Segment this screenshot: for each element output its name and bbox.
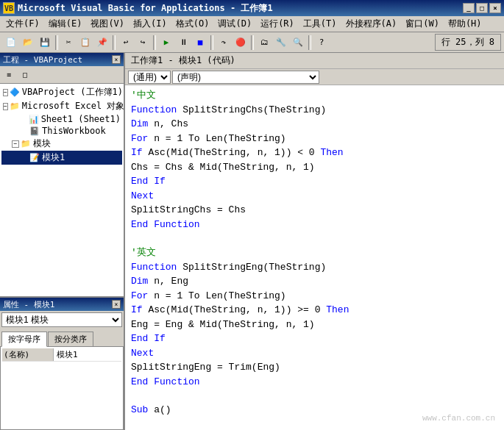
step-button[interactable]: ↷ <box>216 35 232 51</box>
run-button[interactable]: ▶ <box>158 35 174 51</box>
redo-button[interactable]: ↪ <box>135 35 151 51</box>
proc-select[interactable]: (声明) <box>172 71 319 84</box>
separator-1 <box>55 35 58 50</box>
code-line-16: Eng = Eng & Mid(TheString, n, 1) <box>131 318 498 332</box>
prop-content: (名称) 模块1 <box>0 346 124 430</box>
code-window-title: 工作簿1 - 模块1 (代码) <box>131 54 235 67</box>
close-button[interactable]: × <box>489 3 501 13</box>
properties-panel: 属性 - 模块1 × 模块1 模块 按字母序 按分类序 (名称) 模块1 <box>0 298 124 430</box>
code-line-13: Dim n, Eng <box>131 274 498 289</box>
expand-btn-1[interactable]: − <box>3 103 8 110</box>
tab-categorical[interactable]: 按分类序 <box>48 332 93 346</box>
tree-item-2[interactable]: 📊Sheet1 (Sheet1) <box>1 113 122 125</box>
tree-view: −🔷VBAProject (工作簿1)−📁Microsoft Excel 对象📊… <box>0 84 124 296</box>
title-text: Microsoft Visual Basic for Applications … <box>18 2 463 15</box>
tree-item-5[interactable]: 📝模块1 <box>1 151 122 165</box>
code-line-3: For n = 1 To Len(TheString) <box>131 132 498 146</box>
save-button[interactable]: 💾 <box>37 35 53 51</box>
properties-header: 属性 - 模块1 × <box>0 298 124 311</box>
tree-icon-workbook: 📓 <box>29 126 40 136</box>
code-editor[interactable]: '中文Function SplitStringChs(TheString)Dim… <box>125 85 504 430</box>
tree-icon-sheet: 📊 <box>29 115 39 124</box>
view-object-button[interactable]: □ <box>18 68 32 82</box>
code-line-11: '英文 <box>131 246 498 260</box>
code-line-4: If Asc(Mid(TheString, n, 1)) < 0 Then <box>131 146 498 160</box>
prop-name-value: 模块1 <box>54 349 81 360</box>
menu-item-r[interactable]: 运行(R) <box>256 16 299 32</box>
tree-item-4[interactable]: −📁模块 <box>1 137 122 151</box>
properties-title: 属性 - 模块1 <box>3 299 55 310</box>
copy-button[interactable]: 📋 <box>77 35 93 51</box>
menu-item-f[interactable]: 文件(F) <box>1 16 44 32</box>
title-controls[interactable]: _ □ × <box>463 3 501 13</box>
separator-2 <box>113 35 116 50</box>
breakpoint-button[interactable]: 🔴 <box>233 35 249 51</box>
code-line-2: Dim n, Chs <box>131 117 498 132</box>
explorer-button[interactable]: 🗂 <box>256 35 272 51</box>
menu-item-v[interactable]: 视图(V) <box>86 16 129 32</box>
tree-item-0[interactable]: −🔷VBAProject (工作簿1) <box>1 85 122 99</box>
separator-3 <box>153 35 156 50</box>
stop-button[interactable]: ■ <box>192 35 208 51</box>
expand-btn-4[interactable]: − <box>12 140 19 148</box>
tree-label-4: 模块 <box>33 137 51 150</box>
watermark: www.cfan.com.cn <box>422 412 495 425</box>
code-line-1: Function SplitStringChs(TheString) <box>131 103 498 118</box>
separator-6 <box>308 35 311 50</box>
project-explorer-header: 工程 - VBAProject × <box>0 53 124 66</box>
tree-item-1[interactable]: −📁Microsoft Excel 对象 <box>1 99 122 113</box>
code-header: 工作簿1 - 模块1 (代码) <box>125 53 504 69</box>
tree-item-3[interactable]: 📓ThisWorkbook <box>1 125 122 137</box>
paste-button[interactable]: 📌 <box>94 35 110 51</box>
tree-label-1: Microsoft Excel 对象 <box>22 100 124 112</box>
code-toolbar: (通用) (声明) <box>125 69 504 85</box>
menu-item-a[interactable]: 外接程序(A) <box>341 16 402 32</box>
project-toolbar: ≡ □ <box>0 66 124 84</box>
menu-item-d[interactable]: 调试(D) <box>213 16 256 32</box>
pause-button[interactable]: ⏸ <box>175 35 191 51</box>
tree-icon-folder: 📁 <box>21 139 31 148</box>
code-line-15: If Asc(Mid(TheString, n, 1)) >= 0 Then <box>131 303 498 318</box>
open-button[interactable]: 📂 <box>20 35 36 51</box>
code-line-12: Function SplitStringEng(TheString) <box>131 260 498 275</box>
project-explorer-close[interactable]: × <box>112 55 121 64</box>
props-button[interactable]: 🔧 <box>273 35 289 51</box>
prop-tabs: 按字母序 按分类序 <box>0 330 124 346</box>
code-line-18: Next <box>131 346 498 361</box>
undo-button[interactable]: ↩ <box>118 35 134 51</box>
prop-row-name: (名称) 模块1 <box>2 348 121 362</box>
menu-item-i[interactable]: 插入(I) <box>129 16 171 32</box>
code-line-9: End Function <box>131 218 498 232</box>
find-button[interactable]: 🔍 <box>290 35 306 51</box>
menu-item-t[interactable]: 工具(T) <box>299 16 341 32</box>
code-line-14: For n = 1 To Len(TheString) <box>131 289 498 304</box>
tree-label-2: Sheet1 (Sheet1) <box>41 114 121 124</box>
menu-item-w[interactable]: 窗口(W) <box>401 16 444 32</box>
code-line-20: End Function <box>131 375 498 390</box>
object-select[interactable]: (通用) <box>128 71 171 84</box>
help-button[interactable]: ? <box>313 35 330 51</box>
minimize-button[interactable]: _ <box>463 3 475 13</box>
tab-alphabetical[interactable]: 按字母序 <box>1 332 47 347</box>
tree-label-5: 模块1 <box>42 151 65 164</box>
menu-item-e[interactable]: 编辑(E) <box>44 16 87 32</box>
properties-close[interactable]: × <box>112 300 121 309</box>
code-line-8: SplitStringChs = Chs <box>131 203 498 218</box>
menu-item-h[interactable]: 帮助(H) <box>444 16 486 32</box>
main-layout: 工程 - VBAProject × ≡ □ −🔷VBAProject (工作簿1… <box>0 53 504 430</box>
expand-btn-0[interactable]: − <box>3 89 8 96</box>
maximize-button[interactable]: □ <box>476 3 488 13</box>
view-code-button[interactable]: ≡ <box>1 68 16 82</box>
tree-label-3: ThisWorkbook <box>42 126 106 136</box>
new-button[interactable]: 📄 <box>3 35 19 51</box>
code-line-5: Chs = Chs & Mid(TheString, n, 1) <box>131 160 498 175</box>
separator-4 <box>210 35 213 50</box>
code-line-6: End If <box>131 174 498 189</box>
toolbar: 📄 📂 💾 ✂ 📋 📌 ↩ ↪ ▶ ⏸ ■ ↷ 🔴 🗂 🔧 🔍 ? 行 25，列… <box>0 32 504 53</box>
code-line-17: End If <box>131 332 498 346</box>
cut-button[interactable]: ✂ <box>60 35 77 51</box>
menu-item-o[interactable]: 格式(O) <box>171 16 214 32</box>
tree-icon-module: 📝 <box>29 153 40 162</box>
code-line-21 <box>131 389 498 403</box>
properties-object-select[interactable]: 模块1 模块 <box>1 312 122 327</box>
